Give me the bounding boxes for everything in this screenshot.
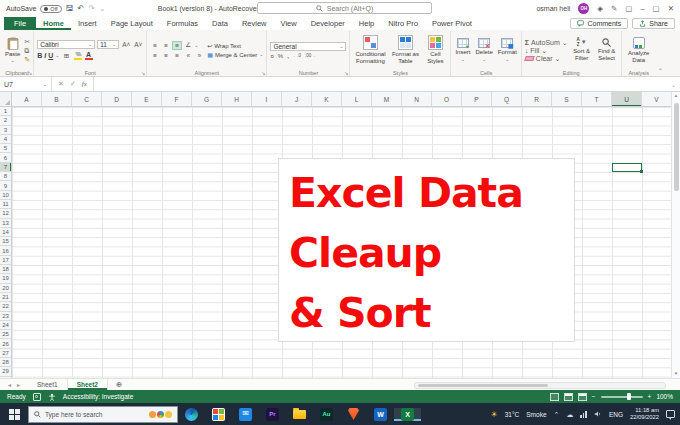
analyze-data-button[interactable]: Analyze Data xyxy=(625,37,653,64)
row-header-3[interactable]: 3 xyxy=(0,126,11,135)
column-header-V[interactable]: V xyxy=(642,92,671,106)
row-header-20[interactable]: 20 xyxy=(0,284,11,293)
increase-decimal-icon[interactable]: ←.0 xyxy=(293,53,301,58)
save-icon[interactable]: 🖫 xyxy=(66,5,74,13)
formula-input[interactable] xyxy=(94,77,667,91)
row-header-27[interactable]: 27 xyxy=(0,349,11,358)
sort-filter-button[interactable]: AZ▼ Sort & Filter xyxy=(571,38,593,62)
sheet-tab-sheet2[interactable]: Sheet2 xyxy=(68,379,108,390)
column-header-G[interactable]: G xyxy=(192,92,222,106)
horizontal-scrollbar[interactable] xyxy=(414,382,666,389)
scroll-down-icon[interactable]: ▼ xyxy=(674,370,678,379)
column-header-S[interactable]: S xyxy=(552,92,582,106)
autosave-toggle[interactable]: Off xyxy=(40,5,61,13)
zoom-out-icon[interactable]: − xyxy=(592,393,596,400)
row-header-15[interactable]: 15 xyxy=(0,237,11,246)
row-header-22[interactable]: 22 xyxy=(0,302,11,311)
align-center-icon[interactable]: ≡ xyxy=(161,51,171,60)
column-header-A[interactable]: A xyxy=(12,92,42,106)
enter-icon[interactable]: ✓ xyxy=(70,80,76,88)
ribbon-tab-data[interactable]: Data xyxy=(205,17,235,30)
decrease-indent-icon[interactable]: « xyxy=(183,51,193,60)
column-header-M[interactable]: M xyxy=(372,92,402,106)
mail-icon[interactable]: ✉ xyxy=(232,408,259,421)
fill-button[interactable]: ↓Fill⌄ xyxy=(525,47,568,54)
merge-center-button[interactable]: ▦Merge & Center⌄ xyxy=(207,51,263,58)
undo-icon[interactable]: ↶ xyxy=(78,5,85,13)
wrap-text-button[interactable]: ↩Wrap Text xyxy=(207,42,263,49)
clear-button[interactable]: Clear⌄ xyxy=(525,55,568,62)
excel-taskbar-icon[interactable]: X xyxy=(394,408,421,421)
name-box[interactable]: U7 ⌄ xyxy=(0,77,52,91)
add-sheet-icon[interactable]: ⊕ xyxy=(108,379,130,390)
macro-record-icon[interactable] xyxy=(33,393,41,401)
row-header-10[interactable]: 10 xyxy=(0,191,11,200)
row-header-23[interactable]: 23 xyxy=(0,312,11,321)
column-header-E[interactable]: E xyxy=(132,92,162,106)
ribbon-tab-power-pivot[interactable]: Power Pivot xyxy=(425,17,479,30)
column-header-H[interactable]: H xyxy=(222,92,252,106)
row-header-7[interactable]: 7 xyxy=(0,163,11,172)
cancel-icon[interactable]: ✕ xyxy=(58,80,64,88)
volume-icon[interactable] xyxy=(594,410,602,418)
autosum-button[interactable]: ΣAutoSum⌄ xyxy=(525,39,568,46)
comma-style-icon[interactable]: , xyxy=(287,53,289,59)
column-header-C[interactable]: C xyxy=(72,92,102,106)
row-header-26[interactable]: 26 xyxy=(0,339,11,348)
italic-button[interactable]: I xyxy=(44,52,46,59)
minimize-button[interactable]: – xyxy=(640,4,644,13)
row-header-2[interactable]: 2 xyxy=(0,116,11,125)
avatar[interactable]: OH xyxy=(578,3,589,14)
column-header-U[interactable]: U xyxy=(612,92,642,106)
format-cells-button[interactable]: ▦ Format ⌄ xyxy=(497,38,518,62)
shrink-font-icon[interactable]: A˅ xyxy=(133,40,143,49)
cell-styles-button[interactable]: Cell Styles xyxy=(423,35,447,65)
normal-view-icon[interactable] xyxy=(550,393,559,401)
share-button[interactable]: Share xyxy=(632,18,675,29)
premiere-icon[interactable]: Pr xyxy=(259,408,286,421)
row-header-18[interactable]: 18 xyxy=(0,265,11,274)
column-header-R[interactable]: R xyxy=(522,92,552,106)
chevron-down-icon[interactable]: ⌄ xyxy=(194,43,198,48)
language-indicator[interactable]: ENG xyxy=(609,411,623,418)
font-color-button[interactable]: A xyxy=(85,51,93,60)
format-painter-icon[interactable]: ✎ xyxy=(24,56,30,63)
accounting-format-icon[interactable]: ¤ xyxy=(270,53,273,59)
zoom-slider-knob[interactable] xyxy=(627,393,631,400)
column-header-T[interactable]: T xyxy=(582,92,612,106)
row-header-12[interactable]: 12 xyxy=(0,209,11,218)
selected-cell-U7[interactable] xyxy=(612,163,642,172)
column-header-D[interactable]: D xyxy=(102,92,132,106)
row-header-13[interactable]: 13 xyxy=(0,219,11,228)
redo-icon[interactable]: ↷ xyxy=(88,5,95,13)
collapse-ribbon-icon[interactable]: ⌃ xyxy=(656,31,667,76)
dialog-launcher-icon[interactable]: ↘ xyxy=(344,70,348,76)
find-select-button[interactable]: Find & Select xyxy=(596,38,618,62)
row-header-4[interactable]: 4 xyxy=(0,135,11,144)
row-header-21[interactable]: 21 xyxy=(0,293,11,302)
row-header-28[interactable]: 28 xyxy=(0,358,11,367)
grow-font-icon[interactable]: A˄ xyxy=(121,40,131,49)
ribbon-tab-help[interactable]: Help xyxy=(352,17,381,30)
row-header-6[interactable]: 6 xyxy=(0,153,11,162)
borders-icon[interactable]: ⊞ xyxy=(62,51,72,60)
ribbon-tab-view[interactable]: View xyxy=(274,17,304,30)
row-header-19[interactable]: 19 xyxy=(0,274,11,283)
ribbon-display-options-icon[interactable]: ▢ xyxy=(625,4,632,13)
ribbon-tab-insert[interactable]: Insert xyxy=(71,17,104,30)
ribbon-tab-formulas[interactable]: Formulas xyxy=(160,17,205,30)
ribbon-tab-page-layout[interactable]: Page Layout xyxy=(104,17,160,30)
audition-icon[interactable]: Au xyxy=(313,408,340,421)
column-header-N[interactable]: N xyxy=(402,92,432,106)
page-layout-view-icon[interactable] xyxy=(564,393,573,401)
align-top-icon[interactable]: ≡ xyxy=(150,41,160,50)
align-right-icon[interactable]: ≡ xyxy=(172,51,182,60)
zoom-slider[interactable] xyxy=(601,396,643,398)
row-header-24[interactable]: 24 xyxy=(0,321,11,330)
zoom-level[interactable]: 100% xyxy=(656,393,673,400)
edge-icon[interactable] xyxy=(178,408,205,421)
font-size-select[interactable]: 11⌄ xyxy=(97,40,119,49)
dialog-launcher-icon[interactable]: ↘ xyxy=(261,70,265,76)
diamond-icon[interactable]: ◈ xyxy=(597,4,603,13)
vertical-scrollbar[interactable]: ▲ ▼ xyxy=(671,92,680,378)
